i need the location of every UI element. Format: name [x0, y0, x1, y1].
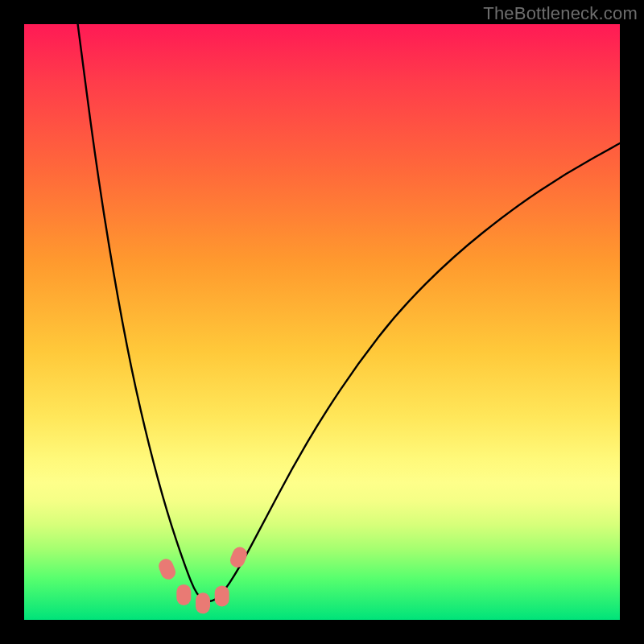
chart-frame: TheBottleneck.com — [0, 0, 644, 644]
marker-dot — [176, 584, 191, 605]
marker-group — [156, 545, 249, 613]
marker-dot — [196, 592, 210, 613]
plot-area — [24, 24, 620, 620]
curve-layer — [24, 24, 620, 620]
marker-dot — [228, 545, 249, 570]
bottleneck-curve — [78, 24, 620, 601]
marker-dot — [156, 557, 177, 582]
watermark-text: TheBottleneck.com — [483, 3, 638, 24]
marker-dot — [215, 585, 229, 606]
